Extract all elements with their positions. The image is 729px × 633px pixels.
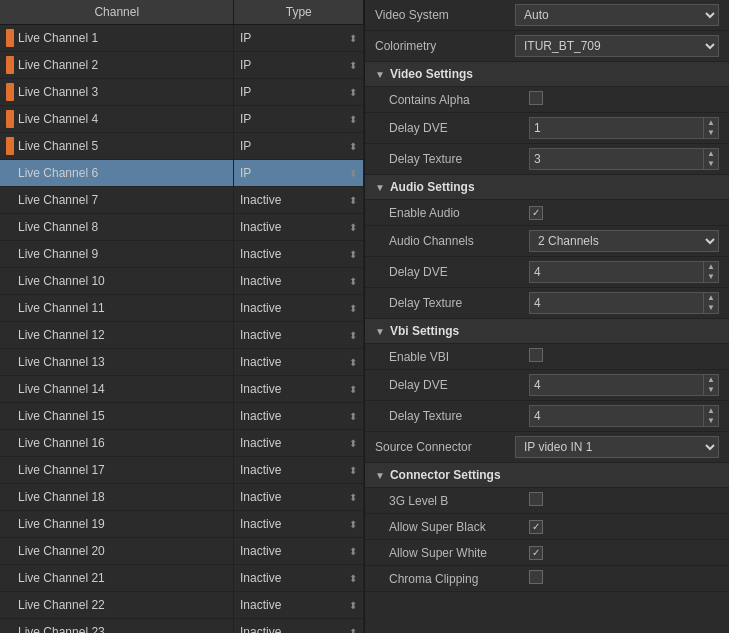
audio-delay-dve-spinbox[interactable]: ▲ ▼ xyxy=(529,261,719,283)
table-row[interactable]: Live Channel 1 IP ⬍ xyxy=(0,25,364,52)
allow-super-black-checkbox[interactable] xyxy=(529,520,543,534)
3g-level-b-checkbox[interactable] xyxy=(529,492,543,506)
table-row[interactable]: Live Channel 15 Inactive ⬍ xyxy=(0,403,364,430)
vbi-delay-dve-spinbox[interactable]: ▲ ▼ xyxy=(529,374,719,396)
video-delay-dve-row: Delay DVE ▲ ▼ xyxy=(365,113,729,144)
type-dropdown-arrow[interactable]: ⬍ xyxy=(349,276,357,287)
vbi-delay-texture-input[interactable] xyxy=(530,407,703,425)
table-row[interactable]: Live Channel 9 Inactive ⬍ xyxy=(0,241,364,268)
audio-delay-texture-up[interactable]: ▲ xyxy=(704,293,718,303)
channel-table: Channel Type Live Channel 1 IP ⬍ Live Ch… xyxy=(0,0,364,633)
type-dropdown-arrow[interactable]: ⬍ xyxy=(349,330,357,341)
type-dropdown-arrow[interactable]: ⬍ xyxy=(349,168,357,179)
table-row[interactable]: Live Channel 7 Inactive ⬍ xyxy=(0,187,364,214)
table-row[interactable]: Live Channel 4 IP ⬍ xyxy=(0,106,364,133)
table-row[interactable]: Live Channel 19 Inactive ⬍ xyxy=(0,511,364,538)
contains-alpha-checkbox[interactable] xyxy=(529,91,543,105)
table-row[interactable]: Live Channel 18 Inactive ⬍ xyxy=(0,484,364,511)
vbi-delay-texture-down[interactable]: ▼ xyxy=(704,416,718,426)
video-delay-dve-input[interactable] xyxy=(530,119,703,137)
audio-delay-dve-input[interactable] xyxy=(530,263,703,281)
enable-vbi-checkbox[interactable] xyxy=(529,348,543,362)
type-cell: Inactive ⬍ xyxy=(240,571,357,585)
type-dropdown-arrow[interactable]: ⬍ xyxy=(349,195,357,206)
channel-name: Live Channel 14 xyxy=(18,382,227,396)
audio-delay-dve-down[interactable]: ▼ xyxy=(704,272,718,282)
table-row[interactable]: Live Channel 5 IP ⬍ xyxy=(0,133,364,160)
channel-color-bar xyxy=(6,137,14,155)
table-row[interactable]: Live Channel 17 Inactive ⬍ xyxy=(0,457,364,484)
colorimetry-row: Colorimetry ITUR_BT_709 xyxy=(365,31,729,62)
type-dropdown-arrow[interactable]: ⬍ xyxy=(349,600,357,611)
vbi-delay-texture-up[interactable]: ▲ xyxy=(704,406,718,416)
vbi-delay-dve-down[interactable]: ▼ xyxy=(704,385,718,395)
audio-delay-texture-spinbox[interactable]: ▲ ▼ xyxy=(529,292,719,314)
table-row[interactable]: Live Channel 22 Inactive ⬍ xyxy=(0,592,364,619)
type-cell: Inactive ⬍ xyxy=(240,436,357,450)
type-dropdown-arrow[interactable]: ⬍ xyxy=(349,627,357,634)
type-dropdown-arrow[interactable]: ⬍ xyxy=(349,222,357,233)
table-row[interactable]: Live Channel 12 Inactive ⬍ xyxy=(0,322,364,349)
audio-channels-select[interactable]: 2 Channels xyxy=(529,230,719,252)
channel-name: Live Channel 18 xyxy=(18,490,227,504)
audio-delay-texture-input[interactable] xyxy=(530,294,703,312)
type-dropdown-arrow[interactable]: ⬍ xyxy=(349,87,357,98)
table-row[interactable]: Live Channel 6 IP ⬍ xyxy=(0,160,364,187)
audio-delay-dve-up[interactable]: ▲ xyxy=(704,262,718,272)
channel-list-panel: Channel Type Live Channel 1 IP ⬍ Live Ch… xyxy=(0,0,365,633)
table-row[interactable]: Live Channel 8 Inactive ⬍ xyxy=(0,214,364,241)
vbi-delay-texture-spinbox[interactable]: ▲ ▼ xyxy=(529,405,719,427)
type-dropdown-arrow[interactable]: ⬍ xyxy=(349,411,357,422)
table-row[interactable]: Live Channel 16 Inactive ⬍ xyxy=(0,430,364,457)
type-dropdown-arrow[interactable]: ⬍ xyxy=(349,114,357,125)
table-row[interactable]: Live Channel 13 Inactive ⬍ xyxy=(0,349,364,376)
video-delay-texture-input[interactable] xyxy=(530,150,703,168)
video-delay-dve-down[interactable]: ▼ xyxy=(704,128,718,138)
video-delay-texture-spinbox[interactable]: ▲ ▼ xyxy=(529,148,719,170)
connector-settings-header[interactable]: ▼ Connector Settings xyxy=(365,463,729,488)
video-delay-texture-down[interactable]: ▼ xyxy=(704,159,718,169)
audio-delay-texture-down[interactable]: ▼ xyxy=(704,303,718,313)
allow-super-white-checkbox[interactable] xyxy=(529,546,543,560)
vbi-settings-header[interactable]: ▼ Vbi Settings xyxy=(365,319,729,344)
type-dropdown-arrow[interactable]: ⬍ xyxy=(349,465,357,476)
table-row[interactable]: Live Channel 3 IP ⬍ xyxy=(0,79,364,106)
type-dropdown-arrow[interactable]: ⬍ xyxy=(349,60,357,71)
table-row[interactable]: Live Channel 10 Inactive ⬍ xyxy=(0,268,364,295)
type-dropdown-arrow[interactable]: ⬍ xyxy=(349,249,357,260)
vbi-delay-dve-input[interactable] xyxy=(530,376,703,394)
type-dropdown-arrow[interactable]: ⬍ xyxy=(349,546,357,557)
video-system-select[interactable]: Auto xyxy=(515,4,719,26)
table-row[interactable]: Live Channel 21 Inactive ⬍ xyxy=(0,565,364,592)
video-delay-texture-up[interactable]: ▲ xyxy=(704,149,718,159)
type-dropdown-arrow[interactable]: ⬍ xyxy=(349,303,357,314)
table-row[interactable]: Live Channel 11 Inactive ⬍ xyxy=(0,295,364,322)
type-dropdown-arrow[interactable]: ⬍ xyxy=(349,519,357,530)
video-delay-dve-arrows: ▲ ▼ xyxy=(703,118,718,138)
type-dropdown-arrow[interactable]: ⬍ xyxy=(349,141,357,152)
table-row[interactable]: Live Channel 20 Inactive ⬍ xyxy=(0,538,364,565)
video-delay-dve-up[interactable]: ▲ xyxy=(704,118,718,128)
table-row[interactable]: Live Channel 2 IP ⬍ xyxy=(0,52,364,79)
type-dropdown-arrow[interactable]: ⬍ xyxy=(349,357,357,368)
video-system-value[interactable]: Auto xyxy=(515,4,719,26)
audio-settings-header[interactable]: ▼ Audio Settings xyxy=(365,175,729,200)
source-connector-select[interactable]: IP video IN 1 xyxy=(515,436,719,458)
type-dropdown-arrow[interactable]: ⬍ xyxy=(349,384,357,395)
type-dropdown-arrow[interactable]: ⬍ xyxy=(349,492,357,503)
colorimetry-select[interactable]: ITUR_BT_709 xyxy=(515,35,719,57)
type-dropdown-arrow[interactable]: ⬍ xyxy=(349,33,357,44)
channel-type: Inactive xyxy=(240,436,281,450)
chroma-clipping-checkbox[interactable] xyxy=(529,570,543,584)
settings-panel: Video System Auto Colorimetry ITUR_BT_70… xyxy=(365,0,729,633)
video-delay-dve-spinbox[interactable]: ▲ ▼ xyxy=(529,117,719,139)
channel-name: Live Channel 1 xyxy=(18,31,227,45)
enable-audio-checkbox[interactable] xyxy=(529,206,543,220)
vbi-delay-dve-up[interactable]: ▲ xyxy=(704,375,718,385)
video-settings-header[interactable]: ▼ Video Settings xyxy=(365,62,729,87)
type-dropdown-arrow[interactable]: ⬍ xyxy=(349,573,357,584)
type-dropdown-arrow[interactable]: ⬍ xyxy=(349,438,357,449)
table-row[interactable]: Live Channel 23 Inactive ⬍ xyxy=(0,619,364,634)
channel-type: Inactive xyxy=(240,220,281,234)
table-row[interactable]: Live Channel 14 Inactive ⬍ xyxy=(0,376,364,403)
